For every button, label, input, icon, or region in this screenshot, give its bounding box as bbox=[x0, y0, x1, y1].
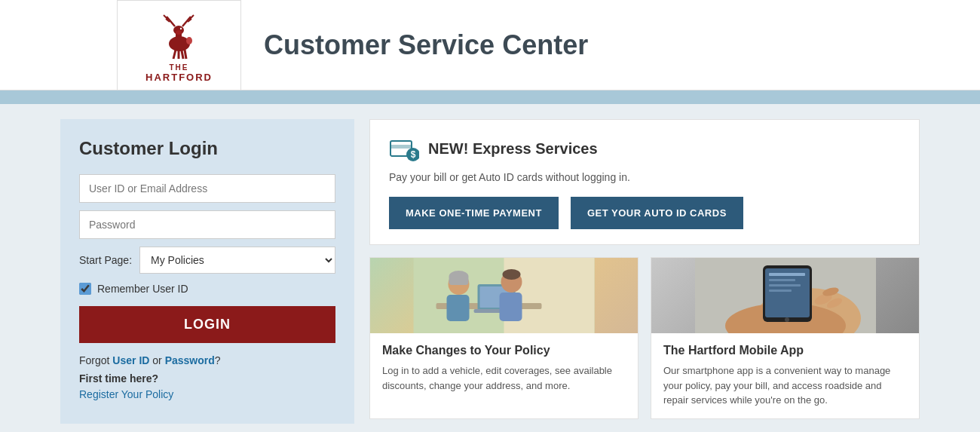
express-services-panel: $ NEW! Express Services Pay your bill or… bbox=[369, 119, 920, 245]
login-title: Customer Login bbox=[79, 138, 335, 159]
policy-changes-card: Make Changes to Your Policy Log in to ad… bbox=[369, 257, 639, 419]
policy-card-body: Make Changes to Your Policy Log in to ad… bbox=[370, 333, 638, 403]
svg-text:$: $ bbox=[411, 149, 416, 160]
logo-hartford: HARTFORD bbox=[145, 72, 213, 83]
policy-card-image bbox=[370, 258, 638, 333]
svg-rect-40 bbox=[769, 284, 801, 286]
auto-id-cards-button[interactable]: GET YOUR AUTO ID CARDS bbox=[571, 197, 743, 229]
forgot-password-link[interactable]: Password bbox=[165, 354, 215, 366]
header: THE HARTFORD Customer Service Center bbox=[0, 0, 980, 90]
svg-line-13 bbox=[182, 51, 183, 59]
express-title: NEW! Express Services bbox=[428, 140, 598, 158]
forgot-prefix: Forgot bbox=[79, 354, 112, 366]
start-page-select[interactable]: My Policies bbox=[139, 247, 335, 274]
svg-rect-28 bbox=[449, 276, 469, 285]
svg-point-4 bbox=[179, 27, 181, 29]
register-link[interactable]: Register Your Policy bbox=[79, 388, 173, 400]
express-subtitle: Pay your bill or get Auto ID cards witho… bbox=[389, 171, 900, 183]
mobile-card-body: The Hartford Mobile App Our smartphone a… bbox=[651, 333, 919, 418]
cards-row: Make Changes to Your Policy Log in to ad… bbox=[369, 257, 920, 419]
password-input[interactable] bbox=[79, 210, 335, 239]
main-content: Customer Login Start Page: My Policies R… bbox=[60, 104, 920, 432]
forgot-or: or bbox=[149, 354, 164, 366]
svg-rect-17 bbox=[390, 145, 412, 149]
hartford-deer-icon bbox=[153, 8, 206, 60]
svg-rect-41 bbox=[769, 290, 792, 292]
svg-point-42 bbox=[785, 317, 789, 322]
express-header: $ NEW! Express Services bbox=[389, 135, 900, 162]
policy-card-title: Make Changes to Your Policy bbox=[382, 344, 626, 357]
couple-illustration bbox=[370, 258, 638, 333]
svg-rect-32 bbox=[500, 293, 522, 321]
svg-point-31 bbox=[503, 269, 521, 280]
login-button[interactable]: LOGIN bbox=[79, 306, 335, 343]
svg-point-3 bbox=[176, 30, 182, 35]
express-services-icon: $ bbox=[389, 135, 419, 162]
svg-rect-38 bbox=[769, 273, 805, 276]
logo-the: THE bbox=[145, 63, 213, 72]
logo-inner: THE HARTFORD bbox=[145, 8, 213, 83]
svg-rect-39 bbox=[769, 279, 795, 281]
login-panel: Customer Login Start Page: My Policies R… bbox=[60, 119, 354, 424]
first-time-text: First time here? bbox=[79, 372, 335, 385]
svg-line-14 bbox=[185, 50, 186, 59]
policy-card-text: Log in to add a vehicle, edit coverages,… bbox=[382, 363, 626, 393]
logo-box: THE HARTFORD bbox=[117, 0, 241, 90]
page-title: Customer Service Center bbox=[264, 29, 588, 61]
mobile-card-text: Our smartphone app is a convenient way t… bbox=[663, 363, 907, 408]
forgot-suffix: ? bbox=[215, 354, 221, 366]
start-page-label: Start Page: bbox=[79, 254, 132, 266]
forgot-text: Forgot User ID or Password? bbox=[79, 354, 335, 366]
svg-rect-29 bbox=[447, 295, 470, 321]
svg-line-8 bbox=[182, 17, 191, 26]
express-buttons: MAKE ONE-TIME PAYMENT GET YOUR AUTO ID C… bbox=[389, 197, 900, 229]
right-panel: $ NEW! Express Services Pay your bill or… bbox=[369, 119, 920, 424]
forgot-userid-link[interactable]: User ID bbox=[112, 354, 149, 366]
remember-label: Remember User ID bbox=[97, 283, 188, 295]
svg-line-11 bbox=[173, 50, 176, 59]
remember-checkbox[interactable] bbox=[79, 283, 91, 295]
start-page-row: Start Page: My Policies bbox=[79, 247, 335, 274]
mobile-card-title: The Hartford Mobile App bbox=[663, 344, 907, 357]
one-time-payment-button[interactable]: MAKE ONE-TIME PAYMENT bbox=[389, 197, 559, 229]
svg-line-5 bbox=[167, 17, 175, 26]
remember-row: Remember User ID bbox=[79, 283, 335, 295]
mobile-illustration bbox=[695, 258, 876, 333]
username-input[interactable] bbox=[79, 174, 335, 203]
svg-point-15 bbox=[186, 37, 192, 44]
mobile-card-image bbox=[651, 258, 919, 333]
mobile-app-card: The Hartford Mobile App Our smartphone a… bbox=[651, 257, 920, 419]
blue-accent-bar bbox=[0, 90, 980, 104]
